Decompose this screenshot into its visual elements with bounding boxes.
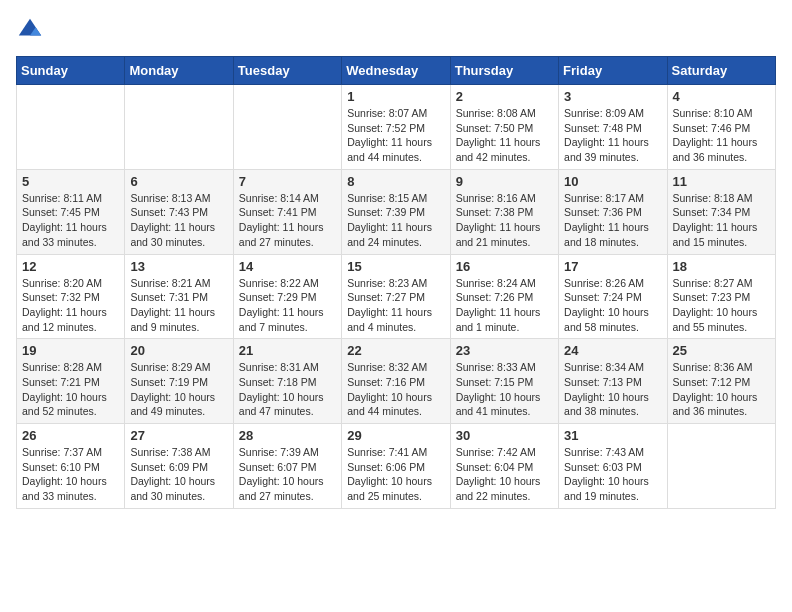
calendar-week-row: 26Sunrise: 7:37 AM Sunset: 6:10 PM Dayli… bbox=[17, 424, 776, 509]
calendar-cell: 31Sunrise: 7:43 AM Sunset: 6:03 PM Dayli… bbox=[559, 424, 667, 509]
day-info: Sunrise: 7:38 AM Sunset: 6:09 PM Dayligh… bbox=[130, 445, 227, 504]
calendar-cell: 18Sunrise: 8:27 AM Sunset: 7:23 PM Dayli… bbox=[667, 254, 775, 339]
calendar-cell: 10Sunrise: 8:17 AM Sunset: 7:36 PM Dayli… bbox=[559, 169, 667, 254]
day-info: Sunrise: 7:37 AM Sunset: 6:10 PM Dayligh… bbox=[22, 445, 119, 504]
day-info: Sunrise: 8:24 AM Sunset: 7:26 PM Dayligh… bbox=[456, 276, 553, 335]
calendar: SundayMondayTuesdayWednesdayThursdayFrid… bbox=[16, 56, 776, 509]
day-info: Sunrise: 8:13 AM Sunset: 7:43 PM Dayligh… bbox=[130, 191, 227, 250]
day-number: 25 bbox=[673, 343, 770, 358]
day-info: Sunrise: 8:08 AM Sunset: 7:50 PM Dayligh… bbox=[456, 106, 553, 165]
day-info: Sunrise: 7:43 AM Sunset: 6:03 PM Dayligh… bbox=[564, 445, 661, 504]
day-info: Sunrise: 8:36 AM Sunset: 7:12 PM Dayligh… bbox=[673, 360, 770, 419]
calendar-cell: 17Sunrise: 8:26 AM Sunset: 7:24 PM Dayli… bbox=[559, 254, 667, 339]
calendar-cell: 16Sunrise: 8:24 AM Sunset: 7:26 PM Dayli… bbox=[450, 254, 558, 339]
day-number: 6 bbox=[130, 174, 227, 189]
day-info: Sunrise: 7:42 AM Sunset: 6:04 PM Dayligh… bbox=[456, 445, 553, 504]
calendar-cell: 22Sunrise: 8:32 AM Sunset: 7:16 PM Dayli… bbox=[342, 339, 450, 424]
day-number: 22 bbox=[347, 343, 444, 358]
calendar-cell: 4Sunrise: 8:10 AM Sunset: 7:46 PM Daylig… bbox=[667, 85, 775, 170]
day-info: Sunrise: 8:26 AM Sunset: 7:24 PM Dayligh… bbox=[564, 276, 661, 335]
calendar-cell: 7Sunrise: 8:14 AM Sunset: 7:41 PM Daylig… bbox=[233, 169, 341, 254]
weekday-header: Saturday bbox=[667, 57, 775, 85]
day-number: 2 bbox=[456, 89, 553, 104]
day-info: Sunrise: 8:09 AM Sunset: 7:48 PM Dayligh… bbox=[564, 106, 661, 165]
calendar-cell: 8Sunrise: 8:15 AM Sunset: 7:39 PM Daylig… bbox=[342, 169, 450, 254]
calendar-cell bbox=[125, 85, 233, 170]
page-header bbox=[16, 16, 776, 44]
day-number: 11 bbox=[673, 174, 770, 189]
day-info: Sunrise: 8:27 AM Sunset: 7:23 PM Dayligh… bbox=[673, 276, 770, 335]
calendar-cell: 27Sunrise: 7:38 AM Sunset: 6:09 PM Dayli… bbox=[125, 424, 233, 509]
day-number: 27 bbox=[130, 428, 227, 443]
calendar-cell: 1Sunrise: 8:07 AM Sunset: 7:52 PM Daylig… bbox=[342, 85, 450, 170]
day-info: Sunrise: 8:32 AM Sunset: 7:16 PM Dayligh… bbox=[347, 360, 444, 419]
day-number: 8 bbox=[347, 174, 444, 189]
calendar-cell: 20Sunrise: 8:29 AM Sunset: 7:19 PM Dayli… bbox=[125, 339, 233, 424]
weekday-header: Tuesday bbox=[233, 57, 341, 85]
day-info: Sunrise: 8:22 AM Sunset: 7:29 PM Dayligh… bbox=[239, 276, 336, 335]
day-number: 3 bbox=[564, 89, 661, 104]
day-info: Sunrise: 8:20 AM Sunset: 7:32 PM Dayligh… bbox=[22, 276, 119, 335]
calendar-cell bbox=[233, 85, 341, 170]
day-number: 13 bbox=[130, 259, 227, 274]
calendar-cell: 19Sunrise: 8:28 AM Sunset: 7:21 PM Dayli… bbox=[17, 339, 125, 424]
day-number: 19 bbox=[22, 343, 119, 358]
calendar-week-row: 12Sunrise: 8:20 AM Sunset: 7:32 PM Dayli… bbox=[17, 254, 776, 339]
day-info: Sunrise: 8:21 AM Sunset: 7:31 PM Dayligh… bbox=[130, 276, 227, 335]
calendar-cell: 9Sunrise: 8:16 AM Sunset: 7:38 PM Daylig… bbox=[450, 169, 558, 254]
day-number: 16 bbox=[456, 259, 553, 274]
day-number: 10 bbox=[564, 174, 661, 189]
logo bbox=[16, 16, 48, 44]
calendar-cell: 13Sunrise: 8:21 AM Sunset: 7:31 PM Dayli… bbox=[125, 254, 233, 339]
day-info: Sunrise: 7:41 AM Sunset: 6:06 PM Dayligh… bbox=[347, 445, 444, 504]
calendar-week-row: 1Sunrise: 8:07 AM Sunset: 7:52 PM Daylig… bbox=[17, 85, 776, 170]
calendar-week-row: 19Sunrise: 8:28 AM Sunset: 7:21 PM Dayli… bbox=[17, 339, 776, 424]
day-number: 12 bbox=[22, 259, 119, 274]
calendar-cell: 14Sunrise: 8:22 AM Sunset: 7:29 PM Dayli… bbox=[233, 254, 341, 339]
weekday-header: Sunday bbox=[17, 57, 125, 85]
day-info: Sunrise: 8:17 AM Sunset: 7:36 PM Dayligh… bbox=[564, 191, 661, 250]
day-info: Sunrise: 8:16 AM Sunset: 7:38 PM Dayligh… bbox=[456, 191, 553, 250]
day-number: 17 bbox=[564, 259, 661, 274]
day-info: Sunrise: 7:39 AM Sunset: 6:07 PM Dayligh… bbox=[239, 445, 336, 504]
calendar-cell: 25Sunrise: 8:36 AM Sunset: 7:12 PM Dayli… bbox=[667, 339, 775, 424]
calendar-cell: 21Sunrise: 8:31 AM Sunset: 7:18 PM Dayli… bbox=[233, 339, 341, 424]
day-number: 30 bbox=[456, 428, 553, 443]
logo-icon bbox=[16, 16, 44, 44]
day-number: 20 bbox=[130, 343, 227, 358]
calendar-cell bbox=[17, 85, 125, 170]
day-number: 4 bbox=[673, 89, 770, 104]
day-number: 21 bbox=[239, 343, 336, 358]
day-info: Sunrise: 8:31 AM Sunset: 7:18 PM Dayligh… bbox=[239, 360, 336, 419]
calendar-cell: 28Sunrise: 7:39 AM Sunset: 6:07 PM Dayli… bbox=[233, 424, 341, 509]
day-info: Sunrise: 8:10 AM Sunset: 7:46 PM Dayligh… bbox=[673, 106, 770, 165]
weekday-header: Thursday bbox=[450, 57, 558, 85]
day-info: Sunrise: 8:28 AM Sunset: 7:21 PM Dayligh… bbox=[22, 360, 119, 419]
calendar-cell: 29Sunrise: 7:41 AM Sunset: 6:06 PM Dayli… bbox=[342, 424, 450, 509]
day-number: 26 bbox=[22, 428, 119, 443]
day-number: 29 bbox=[347, 428, 444, 443]
day-info: Sunrise: 8:11 AM Sunset: 7:45 PM Dayligh… bbox=[22, 191, 119, 250]
day-number: 15 bbox=[347, 259, 444, 274]
calendar-cell: 12Sunrise: 8:20 AM Sunset: 7:32 PM Dayli… bbox=[17, 254, 125, 339]
day-info: Sunrise: 8:23 AM Sunset: 7:27 PM Dayligh… bbox=[347, 276, 444, 335]
day-number: 24 bbox=[564, 343, 661, 358]
day-info: Sunrise: 8:15 AM Sunset: 7:39 PM Dayligh… bbox=[347, 191, 444, 250]
calendar-cell: 11Sunrise: 8:18 AM Sunset: 7:34 PM Dayli… bbox=[667, 169, 775, 254]
weekday-header: Monday bbox=[125, 57, 233, 85]
weekday-header: Friday bbox=[559, 57, 667, 85]
calendar-cell: 5Sunrise: 8:11 AM Sunset: 7:45 PM Daylig… bbox=[17, 169, 125, 254]
calendar-cell: 2Sunrise: 8:08 AM Sunset: 7:50 PM Daylig… bbox=[450, 85, 558, 170]
calendar-cell: 6Sunrise: 8:13 AM Sunset: 7:43 PM Daylig… bbox=[125, 169, 233, 254]
day-number: 18 bbox=[673, 259, 770, 274]
day-number: 23 bbox=[456, 343, 553, 358]
day-info: Sunrise: 8:18 AM Sunset: 7:34 PM Dayligh… bbox=[673, 191, 770, 250]
calendar-cell: 15Sunrise: 8:23 AM Sunset: 7:27 PM Dayli… bbox=[342, 254, 450, 339]
calendar-cell: 26Sunrise: 7:37 AM Sunset: 6:10 PM Dayli… bbox=[17, 424, 125, 509]
calendar-cell: 30Sunrise: 7:42 AM Sunset: 6:04 PM Dayli… bbox=[450, 424, 558, 509]
day-info: Sunrise: 8:29 AM Sunset: 7:19 PM Dayligh… bbox=[130, 360, 227, 419]
day-number: 14 bbox=[239, 259, 336, 274]
calendar-cell: 24Sunrise: 8:34 AM Sunset: 7:13 PM Dayli… bbox=[559, 339, 667, 424]
day-info: Sunrise: 8:34 AM Sunset: 7:13 PM Dayligh… bbox=[564, 360, 661, 419]
day-number: 9 bbox=[456, 174, 553, 189]
